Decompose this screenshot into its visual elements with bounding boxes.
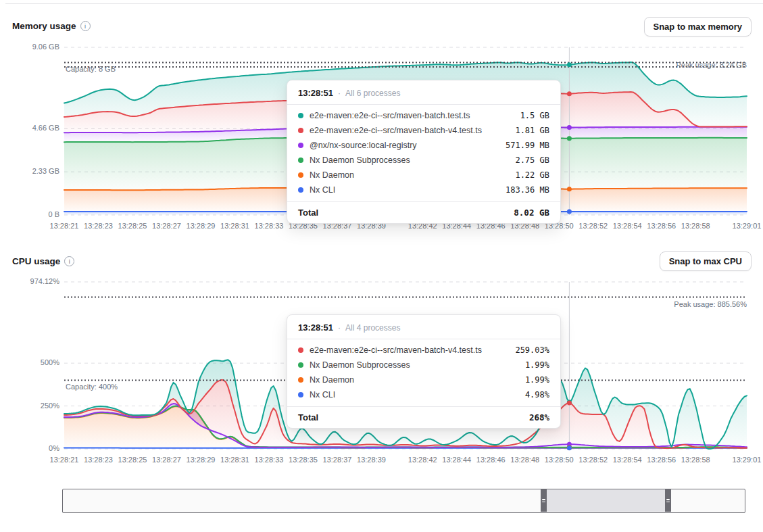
series-label: Nx Daemon [310,375,525,385]
tooltip-total-row: Total 268% [287,406,560,428]
series-label: Nx Daemon Subprocesses [310,155,515,165]
top-divider [5,3,763,4]
series-value: 4.98% [525,390,549,400]
tooltip-subtitle: All 6 processes [345,89,400,98]
y-tick-label: 2.33 GB [9,167,59,175]
series-value: 571.99 MB [506,141,549,150]
series-value: 1.22 GB [515,170,549,180]
series-value: 259.03% [515,345,549,355]
series-value: 2.75 GB [515,155,549,165]
tooltip-rows: e2e-maven:e2e-ci--src/maven-batch.test.t… [287,105,560,201]
cpu-section-title: CPU usage [12,256,74,266]
tooltip-header: 13:28:51 · All 4 processes [287,315,560,339]
series-value: 1.81 GB [515,126,549,135]
tooltip-time: 13:28:51 [298,322,333,333]
y-tick-label: 4.66 GB [9,124,59,132]
x-tick-label: 13:28:58 [673,456,718,464]
memory-peak-label: Peak usage: 8.24 GB [612,61,747,69]
memory-title-text: Memory usage [12,21,76,31]
series-color-dot [298,113,303,118]
cpu-title-text: CPU usage [12,256,60,266]
series-value: 1.99% [525,375,549,385]
memory-tooltip: 13:28:51 · All 6 processes e2e-maven:e2e… [287,80,561,224]
series-color-dot [298,362,303,368]
cpu-peak-label: Peak usage: 885.56% [612,300,747,308]
series-value: 1.99% [525,360,549,370]
tooltip-total-row: Total 8.02 GB [287,201,560,223]
series-value: 1.5 GB [520,111,549,120]
series-label: Nx CLI [310,185,506,195]
tooltip-separator: · [338,89,341,98]
tooltip-row: Nx Daemon1.22 GB [287,168,560,183]
cpu-tooltip: 13:28:51 · All 4 processes e2e-maven:e2e… [287,314,561,429]
tooltip-row: Nx Daemon1.99% [287,372,560,387]
tooltip-separator: · [338,323,341,333]
series-label: Nx Daemon Subprocesses [310,360,525,370]
y-tick-label: 974.12% [9,277,59,285]
tooltip-time: 13:28:51 [298,88,333,98]
series-color-dot [298,128,303,133]
series-color-dot [298,377,303,383]
y-tick-label: 250% [9,402,59,410]
tooltip-row: Nx Daemon Subprocesses1.99% [287,358,560,372]
series-label: e2e-maven:e2e-ci--src/maven-batch-v4.tes… [310,345,515,355]
crosshair-dot [567,125,572,130]
snap-to-max-cpu-button[interactable]: Snap to max CPU [660,251,752,271]
series-color-dot [298,172,303,178]
y-tick-label: 0% [9,444,59,452]
series-label: Nx Daemon [310,170,515,180]
crosshair-dot [567,400,572,405]
tooltip-subtitle: All 4 processes [345,323,400,333]
series-area [64,448,747,450]
memory-capacity-label: Capacity: 8 GB [66,65,116,73]
crosshair-dot [567,445,572,450]
brush-handle-left[interactable] [541,489,547,512]
x-tick-label: 13:28:39 [349,456,394,464]
crosshair-dot [567,187,572,191]
crosshair-dot [567,210,572,214]
y-tick-label: 500% [9,358,59,366]
tooltip-row: Nx CLI183.36 MB [287,183,560,197]
series-value: 183.36 MB [506,185,549,195]
brush-handle-right[interactable] [665,489,671,512]
tooltip-header: 13:28:51 · All 6 processes [287,80,560,105]
crosshair-dot [567,91,572,96]
x-tick-label: 13:28:58 [673,222,718,230]
timeline-brush[interactable] [62,489,745,513]
process-monitor-page: Memory usage Snap to max memory Capacity… [0,0,763,532]
x-tick-label: 13:29:01 [724,222,763,230]
tooltip-row: e2e-maven:e2e-ci--src/maven-batch-v4.tes… [287,123,560,138]
crosshair-dot [567,401,572,406]
crosshair-dot [567,445,572,450]
series-color-dot [298,158,303,163]
series-label: Nx CLI [310,390,525,400]
crosshair-dot [567,62,572,67]
tooltip-total-value: 8.02 GB [514,208,549,218]
memory-section-title: Memory usage [12,21,91,31]
info-icon[interactable] [64,256,74,266]
series-label: @nx/nx-source:local-registry [310,141,506,150]
x-tick-label: 13:29:01 [724,456,763,464]
tooltip-total-label: Total [298,412,529,422]
snap-to-max-memory-button[interactable]: Snap to max memory [644,17,752,37]
tooltip-row: Nx CLI4.98% [287,387,560,402]
series-label: e2e-maven:e2e-ci--src/maven-batch.test.t… [310,111,520,120]
crosshair-dot [567,442,572,447]
crosshair-dot [567,136,572,141]
series-color-dot [298,392,303,397]
series-color-dot [298,143,303,148]
cpu-capacity-label: Capacity: 400% [66,383,118,391]
tooltip-row: e2e-maven:e2e-ci--src/maven-batch.test.t… [287,108,560,123]
series-label: e2e-maven:e2e-ci--src/maven-batch-v4.tes… [310,126,515,135]
tooltip-row: Nx Daemon Subprocesses2.75 GB [287,153,560,168]
series-color-dot [298,187,303,193]
brush-selection[interactable] [547,489,665,512]
tooltip-total-label: Total [298,208,514,218]
info-icon[interactable] [80,21,91,31]
series-color-dot [298,347,303,353]
tooltip-row: e2e-maven:e2e-ci--src/maven-batch-v4.tes… [287,343,560,358]
crosshair-dot [567,445,572,450]
tooltip-row: @nx/nx-source:local-registry571.99 MB [287,138,560,153]
y-tick-label: 0 B [9,210,59,218]
tooltip-rows: e2e-maven:e2e-ci--src/maven-batch-v4.tes… [287,339,560,406]
